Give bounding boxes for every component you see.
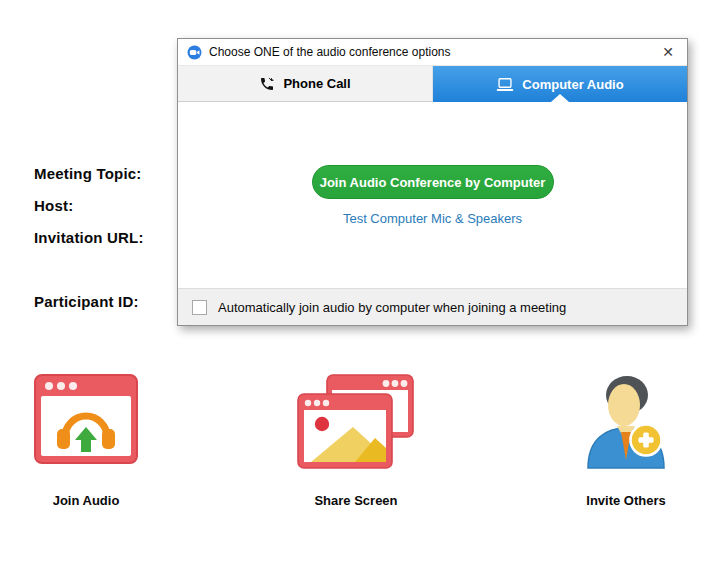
close-icon[interactable]: ✕ <box>658 42 678 62</box>
invite-others-icon <box>582 374 670 468</box>
tab-phone-call-label: Phone Call <box>283 76 350 91</box>
dialog-titlebar: Choose ONE of the audio conference optio… <box>178 39 687 65</box>
auto-join-bar: Automatically join audio by computer whe… <box>178 288 687 325</box>
join-audio-icon <box>34 374 138 468</box>
auto-join-checkbox[interactable] <box>192 300 207 315</box>
tab-phone-call[interactable]: Phone Call <box>178 66 433 102</box>
computer-audio-panel: Join Audio Conference by Computer Test C… <box>178 102 687 290</box>
laptop-icon <box>496 77 514 92</box>
join-audio-conference-button[interactable]: Join Audio Conference by Computer <box>312 165 554 199</box>
active-tab-notch <box>551 94 569 102</box>
tab-computer-audio[interactable]: Computer Audio <box>433 66 687 102</box>
zoom-meeting-window: Meeting Topic: Host: Invitation URL: Par… <box>0 0 705 567</box>
meeting-topic-label: Meeting Topic: <box>34 165 142 182</box>
share-screen-action[interactable]: Share Screen <box>295 374 417 508</box>
join-audio-label: Join Audio <box>53 493 120 508</box>
zoom-logo-icon <box>187 45 202 60</box>
share-screen-icon <box>297 374 415 468</box>
dialog-title: Choose ONE of the audio conference optio… <box>209 45 651 59</box>
invitation-url-label: Invitation URL: <box>34 229 144 246</box>
audio-conference-dialog: Choose ONE of the audio conference optio… <box>177 38 688 326</box>
host-label: Host: <box>34 197 73 214</box>
tab-computer-audio-label: Computer Audio <box>522 77 623 92</box>
join-audio-action[interactable]: Join Audio <box>25 374 147 508</box>
share-screen-label: Share Screen <box>314 493 397 508</box>
invite-others-action[interactable]: Invite Others <box>565 374 687 508</box>
auto-join-label: Automatically join audio by computer whe… <box>218 300 566 315</box>
participant-id-label: Participant ID: <box>34 293 139 310</box>
phone-icon <box>259 76 275 92</box>
test-mic-speakers-link[interactable]: Test Computer Mic & Speakers <box>178 211 687 226</box>
audio-tabs: Phone Call Computer Audio <box>178 65 687 102</box>
invite-others-label: Invite Others <box>586 493 665 508</box>
